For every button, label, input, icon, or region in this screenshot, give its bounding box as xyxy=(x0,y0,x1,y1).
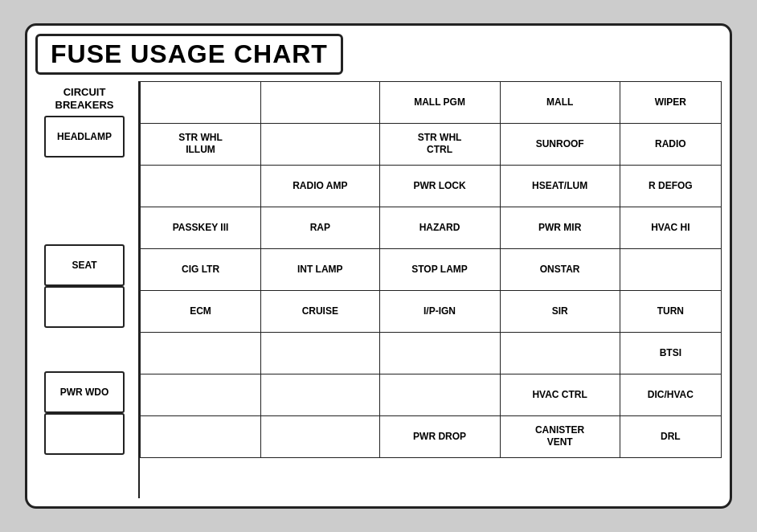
cell-r5-c2: I/P-IGN xyxy=(379,290,500,332)
cell-r0-c0 xyxy=(141,81,261,123)
cell-r8-c2: PWR DROP xyxy=(379,415,500,457)
cell-r4-c1: INT LAMP xyxy=(261,248,379,290)
cell-r1-c4: RADIO xyxy=(620,123,721,165)
cell-r7-c4: DIC/HVAC xyxy=(620,374,721,415)
chart-title: FUSE USAGE CHART xyxy=(35,34,343,75)
cell-r7-c2 xyxy=(379,374,500,415)
breaker-empty1 xyxy=(44,286,125,328)
cell-r5-c3: SIR xyxy=(500,290,620,332)
cell-r1-c3: SUNROOF xyxy=(500,123,620,165)
cell-r2-c4: R DEFOG xyxy=(620,165,721,207)
main-content: CIRCUIT BREAKERS HEADLAMP SEAT PWR WDO M… xyxy=(35,81,722,498)
cell-r3-c3: PWR MIR xyxy=(500,207,620,248)
cell-r5-c4: TURN xyxy=(620,290,721,332)
cell-r5-c1: CRUISE xyxy=(261,290,379,332)
cell-r4-c4 xyxy=(620,248,721,290)
cell-r4-c3: ONSTAR xyxy=(500,248,620,290)
cell-r2-c3: HSEAT/LUM xyxy=(500,165,620,207)
fuse-table: MALL PGMMALLWIPERSTR WHL ILLUMSTR WHL CT… xyxy=(140,81,722,458)
breaker-pwrwdo: PWR WDO xyxy=(44,371,125,413)
cell-r2-c2: PWR LOCK xyxy=(379,165,500,207)
cell-r4-c0: CIG LTR xyxy=(141,248,261,290)
left-column: CIRCUIT BREAKERS HEADLAMP SEAT PWR WDO xyxy=(35,81,140,498)
cell-r8-c4: DRL xyxy=(620,415,721,457)
breaker-empty2 xyxy=(44,413,125,455)
cell-r5-c0: ECM xyxy=(141,290,261,332)
cell-r0-c4: WIPER xyxy=(620,81,721,123)
cell-r3-c4: HVAC HI xyxy=(620,207,721,248)
cell-r1-c2: STR WHL CTRL xyxy=(379,123,500,165)
cell-r3-c1: RAP xyxy=(261,207,379,248)
breaker-seat: SEAT xyxy=(44,244,125,286)
cell-r7-c1 xyxy=(261,374,379,415)
cell-r6-c3 xyxy=(500,332,620,374)
cell-r8-c3: CANISTER VENT xyxy=(500,415,620,457)
cb-label: CIRCUIT BREAKERS xyxy=(55,86,114,111)
cell-r2-c1: RADIO AMP xyxy=(261,165,379,207)
cell-r0-c1 xyxy=(261,81,379,123)
cell-r7-c0 xyxy=(141,374,261,415)
cell-r4-c2: STOP LAMP xyxy=(379,248,500,290)
cell-r8-c0 xyxy=(141,415,261,457)
cell-r7-c3: HVAC CTRL xyxy=(500,374,620,415)
cell-r1-c0: STR WHL ILLUM xyxy=(141,123,261,165)
cell-r3-c0: PASSKEY III xyxy=(141,207,261,248)
cell-r6-c4: BTSI xyxy=(620,332,721,374)
breaker-headlamp: HEADLAMP xyxy=(44,116,125,158)
grid-area: MALL PGMMALLWIPERSTR WHL ILLUMSTR WHL CT… xyxy=(140,81,722,498)
cell-r1-c1 xyxy=(261,123,379,165)
chart-wrapper: FUSE USAGE CHART CIRCUIT BREAKERS HEADLA… xyxy=(25,23,732,509)
cell-r0-c2: MALL PGM xyxy=(379,81,500,123)
cell-r0-c3: MALL xyxy=(500,81,620,123)
cell-r8-c1 xyxy=(261,415,379,457)
cell-r2-c0 xyxy=(141,165,261,207)
cell-r6-c1 xyxy=(261,332,379,374)
cell-r3-c2: HAZARD xyxy=(379,207,500,248)
cell-r6-c2 xyxy=(379,332,500,374)
cell-r6-c0 xyxy=(141,332,261,374)
